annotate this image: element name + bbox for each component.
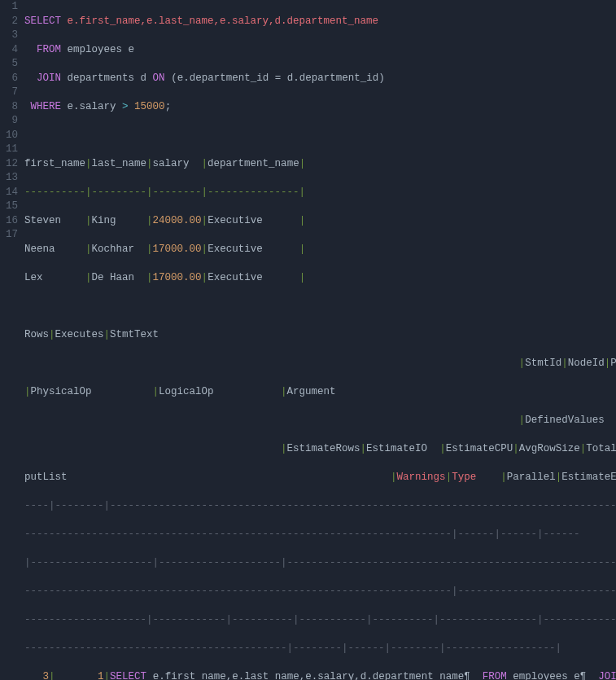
line-number: 8 bbox=[0, 100, 18, 115]
plan-header: Type bbox=[452, 472, 476, 483]
sql-on: ON bbox=[153, 72, 165, 84]
sql-join: JOIN bbox=[37, 72, 61, 84]
code-content[interactable]: SELECT e.first_name,e.last_name,e.salary… bbox=[24, 0, 616, 680]
plan-header: Parent bbox=[610, 358, 616, 369]
plan-stmt: employees e¶ bbox=[513, 671, 586, 681]
col-header: last_name bbox=[92, 158, 147, 169]
line-number: 2 bbox=[0, 15, 18, 29]
line-gutter: 1 2 3 4 5 6 7 8 9 10 11 12 13 14 15 16 1… bbox=[0, 0, 24, 680]
plan-header: LogicalOp bbox=[159, 386, 214, 397]
plan-stmt: e.first_name,e.last_name,e.salary,d.depa… bbox=[153, 671, 470, 681]
line-number: 7 bbox=[0, 86, 18, 100]
cell: 24000.00 bbox=[153, 215, 202, 226]
cell: Lex bbox=[24, 272, 43, 283]
divider: ----|--------|--------------------------… bbox=[24, 500, 616, 511]
plan-val: 1 bbox=[98, 671, 104, 681]
cell: 17000.00 bbox=[153, 243, 202, 255]
cell: Executive bbox=[208, 243, 263, 255]
divider: |--------------------|------------------… bbox=[24, 557, 616, 568]
line-number: 9 bbox=[0, 114, 18, 129]
plan-header: EstimateRows bbox=[287, 443, 360, 454]
cell: De Haan bbox=[92, 272, 135, 283]
cell: Neena bbox=[24, 243, 55, 255]
col-header: department_name bbox=[208, 158, 299, 169]
sql-where-col: e.salary bbox=[68, 101, 116, 112]
sql-select: SELECT bbox=[24, 15, 61, 27]
plan-header: Parallel bbox=[507, 472, 556, 483]
plan-header: StmtText bbox=[110, 329, 159, 340]
line-number: 17 bbox=[0, 228, 18, 243]
cell: Kochhar bbox=[92, 243, 135, 255]
plan-stmt: SELECT bbox=[110, 671, 146, 681]
plan-val: 3 bbox=[43, 671, 50, 681]
sql-gt: > bbox=[122, 101, 129, 112]
line-number: 15 bbox=[0, 200, 18, 214]
sql-table: employees e bbox=[68, 44, 135, 55]
line-number: 11 bbox=[0, 143, 18, 157]
plan-stmt: JOIN bbox=[598, 671, 616, 681]
sql-table: departments d bbox=[68, 72, 147, 84]
sql-from: FROM bbox=[37, 44, 61, 55]
line-number: 4 bbox=[0, 43, 18, 58]
line-number: 12 bbox=[0, 157, 18, 172]
plan-header: Warnings bbox=[397, 472, 446, 483]
plan-header: EstimateExecutions bbox=[561, 472, 616, 483]
divider: --------------------|------------|------… bbox=[24, 614, 616, 625]
plan-header: NodeId bbox=[568, 358, 605, 369]
line-number: 5 bbox=[0, 57, 18, 72]
line-number: 6 bbox=[0, 72, 18, 86]
sql-semi: ; bbox=[165, 101, 172, 112]
divider: ----------------------------------------… bbox=[24, 529, 580, 540]
sql-on-clause: (e.department_id = d.department_id) bbox=[171, 72, 385, 84]
col-header: first_name bbox=[24, 158, 85, 169]
plan-header: Executes bbox=[55, 329, 104, 340]
cell: Steven bbox=[24, 215, 61, 226]
plan-header: TotalSubtreeCost bbox=[586, 443, 616, 454]
sql-value: 15000 bbox=[134, 101, 165, 112]
sql-columns: e.first_name,e.last_name,e.salary,d.depa… bbox=[68, 15, 379, 27]
divider: ----------------------------------------… bbox=[24, 643, 561, 654]
divider: ----------|---------|--------|----------… bbox=[24, 186, 305, 198]
line-number: 13 bbox=[0, 171, 18, 186]
line-number: 1 bbox=[0, 0, 18, 15]
cell: King bbox=[92, 215, 116, 226]
plan-header: PhysicalOp bbox=[31, 386, 92, 397]
line-number: 3 bbox=[0, 29, 18, 43]
line-number: 10 bbox=[0, 129, 18, 143]
cell: Executive bbox=[208, 215, 263, 226]
plan-header: DefinedValues bbox=[525, 415, 605, 426]
plan-header: StmtId bbox=[525, 358, 561, 369]
sql-where: WHERE bbox=[31, 101, 62, 112]
plan-header: Argument bbox=[287, 386, 336, 397]
line-number: 16 bbox=[0, 214, 18, 229]
divider: ----------------------------------------… bbox=[24, 586, 616, 597]
plan-header: putList bbox=[24, 472, 68, 483]
plan-header: AvgRowSize bbox=[519, 443, 580, 454]
col-header: salary bbox=[153, 158, 190, 169]
line-number: 14 bbox=[0, 186, 18, 200]
cell: Executive bbox=[208, 272, 263, 283]
plan-header: EstimateCPU bbox=[446, 443, 513, 454]
cell: 17000.00 bbox=[153, 272, 202, 283]
plan-header: EstimateIO bbox=[366, 443, 427, 454]
plan-header: Rows bbox=[24, 329, 49, 340]
code-editor: 1 2 3 4 5 6 7 8 9 10 11 12 13 14 15 16 1… bbox=[0, 0, 616, 680]
plan-stmt: FROM bbox=[483, 671, 507, 681]
